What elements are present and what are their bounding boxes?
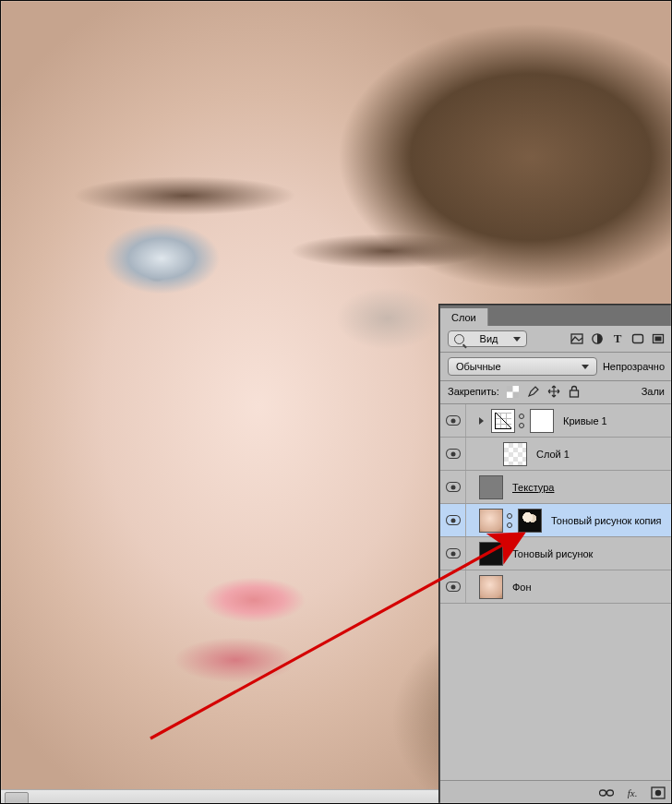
- search-icon: [454, 334, 464, 344]
- tab-layers[interactable]: Слои: [440, 308, 488, 326]
- filter-icon-group: T: [570, 332, 665, 345]
- chevron-down-icon: [513, 337, 521, 342]
- link-icon: [507, 513, 514, 528]
- blend-mode-select[interactable]: Обычные: [448, 357, 597, 376]
- layer-row-background[interactable]: Фон: [440, 570, 672, 604]
- horizontal-scrollbar[interactable]: [0, 789, 439, 804]
- filter-type-icon[interactable]: T: [611, 332, 624, 345]
- layer-name[interactable]: Тоновый рисунок: [512, 548, 593, 559]
- layer-name[interactable]: Фон: [512, 582, 532, 593]
- filter-shape-icon[interactable]: [631, 332, 644, 345]
- eye-icon: [446, 482, 461, 492]
- layers-list: Кривые 1 Слой 1 Текстура Тоновый р: [440, 404, 672, 780]
- layer-thumb[interactable]: [479, 542, 503, 566]
- layer-filter-row: Вид T: [440, 326, 672, 353]
- eye-icon: [446, 415, 461, 426]
- svg-rect-10: [607, 790, 614, 796]
- visibility-toggle[interactable]: [440, 504, 466, 536]
- eye-icon: [446, 548, 461, 558]
- visibility-toggle[interactable]: [440, 438, 466, 470]
- lock-transparency-icon[interactable]: [507, 385, 520, 398]
- eye-icon: [446, 449, 461, 459]
- filter-kind-select[interactable]: Вид: [448, 330, 527, 347]
- scrollbar-thumb[interactable]: [5, 792, 29, 804]
- panel-tabbar: Слои: [440, 306, 672, 326]
- opacity-label[interactable]: Непрозрачно: [603, 361, 665, 372]
- clip-arrow-icon: [479, 417, 484, 425]
- layer-name[interactable]: Текстура: [512, 482, 554, 493]
- eye-icon: [446, 582, 461, 592]
- layer-mask-thumb[interactable]: [518, 509, 542, 533]
- layers-panel: Слои Вид T Обычные Не: [439, 305, 672, 804]
- lock-row: Закрепить: Зали: [440, 381, 672, 404]
- svg-rect-2: [633, 335, 643, 343]
- layer-name[interactable]: Слой 1: [536, 449, 570, 460]
- layer-thumb[interactable]: [479, 475, 503, 499]
- lock-all-icon[interactable]: [568, 385, 581, 398]
- link-icon: [519, 414, 526, 428]
- svg-rect-8: [570, 390, 578, 397]
- mask-icon[interactable]: [650, 785, 666, 801]
- lock-label: Закрепить:: [448, 386, 499, 397]
- svg-rect-4: [655, 337, 662, 342]
- layer-name[interactable]: Тоновый рисунок копия: [551, 515, 662, 526]
- svg-rect-7: [513, 391, 520, 398]
- layer-row-tone-copy[interactable]: Тоновый рисунок копия: [440, 504, 672, 537]
- layer-thumb[interactable]: [503, 442, 527, 466]
- layer-row-curves[interactable]: Кривые 1: [440, 404, 672, 438]
- scrollbar-track[interactable]: [0, 790, 439, 804]
- visibility-toggle[interactable]: [440, 471, 466, 503]
- layer-thumb[interactable]: [479, 509, 503, 533]
- layer-name[interactable]: Кривые 1: [563, 415, 607, 426]
- svg-point-12: [655, 789, 661, 795]
- chevron-down-icon: [582, 365, 589, 369]
- lock-move-icon[interactable]: [547, 385, 560, 398]
- filter-kind-label: Вид: [480, 333, 498, 344]
- svg-rect-9: [600, 790, 606, 796]
- fill-label[interactable]: Зали: [642, 386, 665, 397]
- blend-mode-value: Обычные: [456, 361, 501, 372]
- layer-mask-thumb[interactable]: [530, 409, 554, 433]
- lock-brush-icon[interactable]: [527, 385, 540, 398]
- eye-icon: [446, 515, 461, 525]
- layer-row-texture-group[interactable]: Текстура: [440, 471, 672, 504]
- curves-adjustment-thumb[interactable]: [491, 409, 515, 433]
- layer-thumb[interactable]: [479, 575, 503, 599]
- layer-row-tone[interactable]: Тоновый рисунок: [440, 537, 672, 570]
- visibility-toggle[interactable]: [440, 404, 466, 437]
- svg-rect-6: [507, 386, 513, 392]
- visibility-toggle[interactable]: [440, 537, 466, 570]
- visibility-toggle[interactable]: [440, 570, 466, 603]
- link-layers-icon[interactable]: [598, 785, 615, 801]
- filter-adjust-icon[interactable]: [591, 332, 604, 345]
- blend-opacity-row: Обычные Непрозрачно: [440, 353, 672, 381]
- filter-image-icon[interactable]: [570, 332, 583, 345]
- layer-row-layer1[interactable]: Слой 1: [440, 438, 672, 471]
- panel-bottom-bar: fx.: [440, 780, 672, 804]
- filter-smart-icon[interactable]: [652, 332, 665, 345]
- fx-icon[interactable]: fx.: [624, 785, 641, 801]
